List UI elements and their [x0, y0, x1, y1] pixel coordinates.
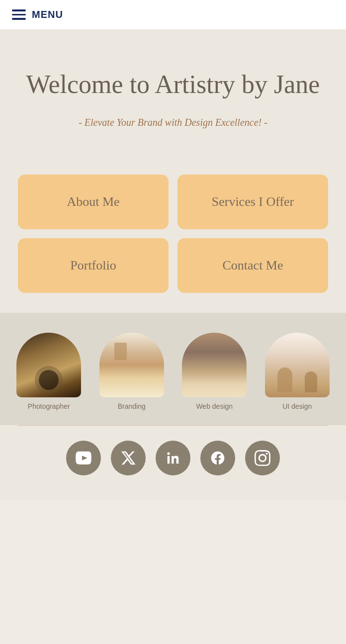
facebook-icon	[210, 450, 226, 466]
instagram-icon	[255, 450, 270, 466]
hero-title: Welcome to Artistry by Jane	[20, 69, 326, 100]
services-strip: Photographer Branding Web design UI desi…	[0, 313, 346, 425]
services-button[interactable]: Services I Offer	[177, 175, 328, 229]
service-branding[interactable]: Branding	[93, 333, 171, 410]
service-uidesign[interactable]: UI design	[259, 333, 337, 410]
photographer-image	[16, 333, 81, 397]
footer-social	[0, 426, 346, 500]
header: MENU	[0, 0, 346, 29]
facebook-button[interactable]	[200, 441, 235, 475]
footer-divider	[18, 425, 328, 426]
nav-buttons-section: About Me Services I Offer Portfolio Cont…	[0, 160, 346, 313]
hero-subtitle: - Elevate Your Brand with Design Excelle…	[20, 115, 326, 130]
contact-me-button[interactable]: Contact Me	[177, 238, 328, 293]
uidesign-label: UI design	[282, 402, 312, 410]
uidesign-image	[265, 333, 330, 397]
twitter-x-button[interactable]	[111, 441, 146, 475]
hero-section: Welcome to Artistry by Jane - Elevate Yo…	[0, 29, 346, 160]
webdesign-image	[182, 333, 247, 397]
about-me-button[interactable]: About Me	[18, 175, 169, 229]
branding-label: Branding	[118, 402, 146, 410]
menu-label: MENU	[32, 9, 63, 20]
youtube-button[interactable]	[66, 441, 101, 475]
photographer-label: Photographer	[28, 402, 70, 410]
linkedin-button[interactable]	[156, 441, 190, 475]
webdesign-label: Web design	[196, 402, 233, 410]
service-photographer[interactable]: Photographer	[10, 333, 88, 410]
portfolio-button[interactable]: Portfolio	[18, 238, 169, 293]
branding-image	[99, 333, 164, 397]
linkedin-icon	[165, 450, 181, 466]
youtube-icon	[76, 450, 91, 466]
menu-button[interactable]	[12, 9, 26, 20]
instagram-button[interactable]	[245, 441, 280, 475]
twitter-x-icon	[120, 450, 136, 466]
service-webdesign[interactable]: Web design	[175, 333, 254, 410]
